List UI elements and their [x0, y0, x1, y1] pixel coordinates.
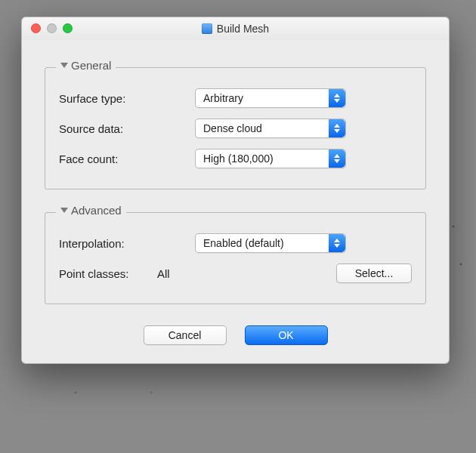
- minimize-icon[interactable]: [47, 23, 57, 33]
- source-data-value: Dense cloud: [203, 122, 262, 134]
- face-count-value: High (180,000): [203, 153, 274, 165]
- group-general: General Surface type: Arbitrary Source d…: [45, 67, 426, 190]
- row-point-classes: Point classes: All Select...: [59, 258, 412, 288]
- updown-icon: [329, 89, 345, 107]
- source-data-combo[interactable]: Dense cloud: [195, 119, 346, 138]
- face-count-label: Face count:: [59, 153, 195, 165]
- source-data-label: Source data:: [59, 122, 195, 135]
- updown-icon: [329, 234, 345, 252]
- group-advanced: Advanced Interpolation: Enabled (default…: [45, 212, 426, 304]
- surface-type-label: Surface type:: [59, 92, 195, 105]
- face-count-combo[interactable]: High (180,000): [195, 149, 346, 168]
- cancel-button[interactable]: Cancel: [144, 325, 227, 345]
- point-classes-value: All: [157, 267, 195, 280]
- point-classes-label: Point classes:: [59, 267, 157, 280]
- title-area: Build Mesh: [22, 23, 449, 35]
- group-advanced-label: Advanced: [71, 204, 122, 217]
- surface-type-combo[interactable]: Arbitrary: [195, 88, 346, 108]
- interpolation-combo[interactable]: Enabled (default): [195, 233, 346, 253]
- group-general-label: General: [71, 59, 111, 72]
- surface-type-value: Arbitrary: [203, 92, 243, 104]
- dialog-content: General Surface type: Arbitrary Source d…: [22, 40, 449, 363]
- interpolation-label: Interpolation:: [59, 237, 195, 250]
- row-interpolation: Interpolation: Enabled (default): [59, 228, 412, 258]
- chevron-down-icon: [60, 63, 68, 68]
- group-advanced-legend[interactable]: Advanced: [56, 204, 126, 217]
- chevron-down-icon: [60, 208, 68, 213]
- interpolation-value: Enabled (default): [203, 237, 284, 249]
- group-general-legend[interactable]: General: [56, 59, 116, 72]
- close-icon[interactable]: [31, 23, 41, 33]
- window-controls: [22, 23, 73, 33]
- titlebar[interactable]: Build Mesh: [22, 17, 449, 40]
- select-point-classes-button[interactable]: Select...: [336, 263, 412, 283]
- app-icon: [202, 23, 212, 34]
- zoom-icon[interactable]: [63, 23, 73, 33]
- updown-icon: [329, 149, 345, 168]
- row-face-count: Face count: High (180,000): [59, 143, 412, 174]
- row-source-data: Source data: Dense cloud: [59, 113, 412, 143]
- ok-button[interactable]: OK: [245, 325, 328, 345]
- window-title: Build Mesh: [217, 23, 269, 35]
- updown-icon: [329, 119, 345, 137]
- dialog-window: Build Mesh General Surface type: Arbitra…: [21, 17, 450, 364]
- dialog-footer: Cancel OK: [39, 322, 432, 348]
- row-surface-type: Surface type: Arbitrary: [59, 83, 412, 113]
